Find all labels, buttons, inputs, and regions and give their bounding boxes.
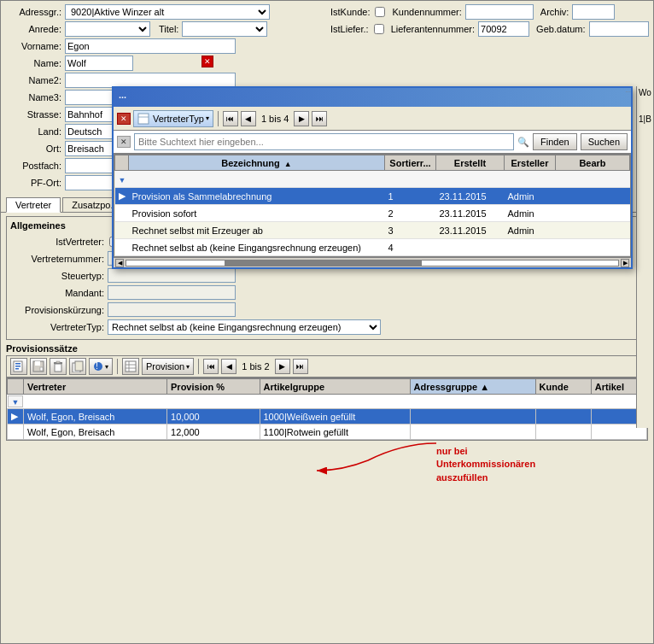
scroll-right-btn[interactable]: ▶	[621, 259, 629, 267]
popup-erstellt-4	[436, 239, 505, 256]
popup-th-bearbeitet[interactable]: Bearb	[556, 155, 630, 171]
svg-rect-15	[126, 361, 136, 372]
istliefer-checkbox[interactable]	[374, 24, 384, 34]
popup-th-sortierung[interactable]: Sortierr...	[385, 155, 436, 171]
svg-rect-12	[75, 361, 83, 371]
svg-rect-7	[40, 367, 43, 371]
name-row: Name: ✕	[6, 55, 322, 72]
scroll-track[interactable]	[126, 260, 619, 266]
prov-last-btn[interactable]: ⏭	[293, 359, 308, 374]
istkunde-checkbox[interactable]	[375, 7, 385, 17]
popup-first-btn[interactable]: ⏮	[223, 111, 238, 126]
main-form: Adressgr.: 9020|Aktive Winzer alt Anrede…	[0, 0, 654, 644]
svg-rect-4	[15, 368, 19, 370]
steuertyp-input[interactable]	[108, 268, 236, 283]
popup-row-1[interactable]: ▶ Provision als Sammelabrechnung 1 23.11…	[115, 188, 630, 205]
titel-select[interactable]	[182, 21, 267, 37]
pfOrt-label: PF-Ort:	[6, 178, 61, 188]
popup-filter-row: ▼	[115, 171, 630, 188]
prov-provision-2: 12,000	[167, 424, 260, 440]
prov-action-dropdown[interactable]: ! ▾	[89, 358, 113, 375]
archiv-label: Archiv:	[540, 7, 569, 17]
svg-text:!: !	[96, 361, 98, 371]
popup-row-3[interactable]: Rechnet selbst mit Erzeuger ab 3 23.11.2…	[115, 222, 630, 239]
provisionssaetze-section: Provisionssätze ! ▾ Pr	[6, 343, 648, 441]
right-partial-text1: Wo	[639, 88, 651, 97]
popup-finden-btn[interactable]: Finden	[533, 133, 577, 150]
th-vertreter[interactable]: Vertreter	[23, 379, 166, 395]
popup-row-4[interactable]: Rechnet selbst ab (keine Eingangsrechnun…	[115, 239, 630, 256]
popup-last-btn[interactable]: ⏭	[312, 111, 327, 126]
vertretertyp-select[interactable]: Rechnet selbst ab (keine Eingangsrechnun…	[108, 319, 381, 335]
popup-ersteller-1: Admin	[505, 188, 556, 205]
prov-vertreter-2: Wolf, Egon, Breisach	[23, 424, 166, 440]
popup-row-2[interactable]: Provision sofort 2 23.11.2015 Admin	[115, 205, 630, 222]
prov-row-1[interactable]: ▶ Wolf, Egon, Breisach 10,000 1000|Weißw…	[8, 409, 647, 424]
search-icon: 🔍	[517, 137, 529, 148]
kundennummer-input[interactable]	[465, 4, 534, 20]
popup-toolbar-sep	[218, 111, 219, 126]
popup-next-btn[interactable]: ▶	[294, 111, 309, 126]
prov-filter-row: ▼	[8, 395, 24, 408]
archiv-input[interactable]	[572, 4, 615, 20]
istvertreter-label: IstVertreter:	[10, 237, 104, 247]
name-field-container: ✕	[65, 56, 133, 71]
popup-prev-btn[interactable]: ◀	[241, 111, 256, 126]
popup-search-close[interactable]: ✕	[117, 136, 131, 148]
adressgr-row: Adressgr.: 9020|Aktive Winzer alt	[6, 3, 322, 20]
popup-table: Bezeichnung ▲ Sortierr... Erstellt Erste…	[114, 155, 630, 256]
th-adressgruppe[interactable]: Adressgruppe ▲	[410, 379, 535, 395]
row-indicator-1: ▶	[8, 409, 24, 424]
popup-vertretertyp-dropdown[interactable]: VertreterTyp ▾	[133, 110, 213, 127]
prov-artikelgruppe-2: 1100|Rotwein gefüllt	[260, 424, 410, 440]
popup-ersteller-2: Admin	[505, 205, 556, 222]
th-artikelgruppe[interactable]: Artikelgruppe	[260, 379, 410, 395]
prov-save-btn[interactable]	[30, 358, 47, 375]
popup-th-erstellt[interactable]: Erstellt	[436, 155, 505, 171]
prov-prev-btn[interactable]: ◀	[221, 359, 236, 374]
prov-provision-dropdown[interactable]: Provision ▾	[142, 358, 194, 375]
anrede-row: Anrede: Titel:	[6, 20, 322, 38]
prov-delete-btn[interactable]	[50, 358, 67, 375]
popup-scrollbar: ◀ ▶	[114, 257, 631, 267]
row-indicator-2	[8, 424, 24, 440]
popup-bearbeitet-3	[556, 222, 630, 239]
prov-toolbar: ! ▾ Provision ▾ ⏮ ◀ 1 bis 2 ▶ ⏭	[6, 355, 648, 378]
istliefer-row: IstLiefer.: Lieferantennummer: Geb.datum…	[330, 20, 649, 38]
prov-next-btn[interactable]: ▶	[275, 359, 290, 374]
vorname-input[interactable]	[65, 38, 236, 54]
popup-erstellt-3: 23.11.2015	[436, 222, 505, 239]
istkunde-label: IstKunde:	[330, 7, 370, 17]
popup-indicator-1: ▶	[115, 188, 129, 205]
name-clear-button[interactable]: ✕	[201, 56, 213, 67]
popup-th-ersteller[interactable]: Ersteller	[505, 155, 556, 171]
prov-row-2[interactable]: Wolf, Egon, Breisach 12,000 1100|Rotwein…	[8, 424, 647, 440]
ort-label: Ort:	[6, 143, 61, 154]
prov-table-btn[interactable]	[122, 358, 139, 375]
popup-suchen-btn[interactable]: Suchen	[581, 133, 628, 150]
prov-first-btn[interactable]: ⏮	[203, 359, 219, 374]
tab-vertreter[interactable]: Vertreter	[6, 197, 61, 213]
gebdatum-input[interactable]	[589, 21, 649, 37]
mandant-input[interactable]	[108, 285, 236, 300]
prov-kunde-1	[535, 409, 591, 424]
popup-search-input[interactable]	[134, 133, 514, 150]
th-provision[interactable]: Provision %	[167, 379, 260, 395]
prov-copy-btn[interactable]	[69, 358, 86, 375]
popup-th-bezeichnung[interactable]: Bezeichnung ▲	[129, 155, 385, 171]
prov-new-btn[interactable]	[10, 358, 27, 375]
scroll-left-btn[interactable]: ◀	[115, 259, 124, 267]
adressgr-select[interactable]: 9020|Aktive Winzer alt	[65, 4, 270, 20]
th-kunde[interactable]: Kunde	[535, 379, 591, 395]
provisionskuerzung-label: Provisionskürzung:	[10, 305, 104, 315]
name-input[interactable]	[65, 56, 133, 71]
popup-close-btn[interactable]: ✕	[117, 113, 131, 125]
vertreternummer-label: Vertreternummer:	[10, 254, 104, 264]
popup-gripper[interactable]: ···	[622, 88, 631, 97]
popup-bearbeitet-2	[556, 205, 630, 222]
lieferantennummer-input[interactable]	[478, 21, 529, 37]
toolbar-sep-2	[198, 359, 199, 374]
popup-table-header: Bezeichnung ▲ Sortierr... Erstellt Erste…	[115, 155, 630, 171]
anrede-select[interactable]	[65, 21, 150, 37]
provisionskuerzung-input[interactable]	[108, 302, 236, 317]
